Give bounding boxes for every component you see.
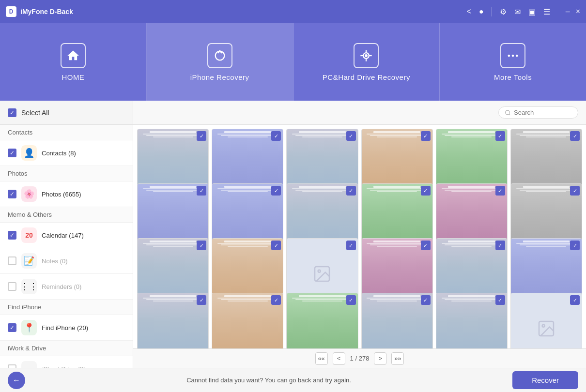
- thumbnail-check: ✓: [495, 131, 505, 141]
- section-memo-others: Memo & Others: [0, 207, 133, 223]
- select-all-label: Select All: [21, 109, 49, 117]
- thumbnail-check: ✓: [271, 241, 281, 250]
- file-thumbnail[interactable]: ✓: [212, 293, 283, 348]
- title-bar: D iMyFone D-Back < ● ⚙ ✉ ▣ ☰ – ×: [0, 0, 586, 23]
- file-thumbnail[interactable]: ✓: [286, 293, 358, 348]
- settings-icon[interactable]: ⚙: [500, 7, 507, 16]
- sidebar-item-contacts[interactable]: ✓ 👤 Contacts (8): [0, 140, 133, 166]
- menu-icon[interactable]: ☰: [543, 7, 550, 16]
- pc-hard-drive-nav-icon: [354, 43, 379, 68]
- thumbnail-check: ✓: [346, 131, 356, 141]
- thumbnail-check: ✓: [570, 186, 580, 196]
- thumbnail-check: ✓: [271, 186, 281, 196]
- photos-label: Photos (6655): [42, 191, 81, 198]
- mail-icon[interactable]: ✉: [514, 7, 521, 16]
- find-iphone-label: Find iPhone (20): [42, 324, 88, 332]
- svg-point-13: [542, 325, 545, 327]
- file-thumbnail[interactable]: ✓: [510, 293, 582, 348]
- section-iwork-drive: iWork & Drive: [0, 341, 133, 356]
- user-icon[interactable]: ●: [479, 7, 484, 16]
- last-page-button[interactable]: »»: [391, 352, 404, 365]
- nav-more-tools[interactable]: More Tools: [440, 23, 586, 101]
- thumbnail-check: ✓: [421, 241, 431, 250]
- thumbnail-check: ✓: [421, 131, 431, 141]
- icloud-drive-label: iCloud Drive (0): [42, 365, 85, 368]
- sidebar-item-calendar[interactable]: ✓ 20 Calendar (147): [0, 223, 133, 248]
- home-nav-label: HOME: [62, 73, 84, 81]
- prev-page-button[interactable]: <: [333, 352, 345, 365]
- sidebar: ✓ Select All Contacts ✓ 👤 Contacts (8) P…: [0, 101, 133, 368]
- thumbnail-check: ✓: [495, 295, 505, 305]
- section-find-iphone: Find iPhone: [0, 300, 133, 315]
- notes-checkbox[interactable]: [8, 256, 16, 265]
- iphone-recovery-nav-icon: [207, 43, 232, 68]
- photos-checkbox[interactable]: ✓: [8, 190, 16, 198]
- file-toolbar: [133, 101, 586, 125]
- file-thumbnail[interactable]: ✓: [361, 293, 433, 348]
- thumbnail-check: ✓: [495, 241, 505, 250]
- thumbnail-check: ✓: [197, 131, 206, 141]
- select-all-checkbox[interactable]: ✓: [8, 108, 16, 117]
- sidebar-item-photos[interactable]: ✓ 🌸 Photos (6655): [0, 181, 133, 207]
- icloud-drive-icon: ☁: [21, 361, 37, 368]
- sidebar-item-notes[interactable]: 📝 Notes (0): [0, 248, 133, 274]
- section-photos: Photos: [0, 166, 133, 181]
- file-thumbnail[interactable]: ✓: [137, 293, 209, 348]
- nav-pc-hard-drive[interactable]: PC&Hard Drive Recovery: [293, 23, 440, 101]
- share-icon[interactable]: <: [467, 7, 471, 16]
- contacts-label: Contacts (8): [42, 150, 76, 157]
- nav-bar: HOME iPhone Recovery PC&Hard Drive Recov…: [0, 23, 586, 101]
- svg-point-7: [512, 54, 514, 57]
- find-iphone-checkbox[interactable]: ✓: [8, 323, 16, 332]
- svg-point-6: [508, 54, 510, 57]
- pagination: «« < 1 / 278 > »»: [133, 348, 586, 368]
- iphone-recovery-nav-label: iPhone Recovery: [190, 73, 249, 81]
- thumbnail-check: ✓: [197, 241, 206, 250]
- thumbnail-check: ✓: [346, 186, 356, 196]
- home-nav-icon: [61, 43, 86, 68]
- more-tools-nav-label: More Tools: [494, 73, 532, 81]
- recover-button[interactable]: Recover: [512, 371, 578, 389]
- notes-label: Notes (0): [42, 257, 67, 265]
- nav-home[interactable]: HOME: [0, 23, 147, 101]
- section-contacts: Contacts: [0, 125, 133, 140]
- first-page-button[interactable]: ««: [315, 352, 328, 365]
- app-logo: D: [6, 6, 16, 17]
- next-page-button[interactable]: >: [374, 352, 386, 365]
- thumbnail-check: ✓: [421, 295, 431, 305]
- svg-point-1: [366, 55, 368, 57]
- reminders-label: Reminders (0): [42, 283, 81, 290]
- thumbnail-check: ✓: [421, 186, 431, 196]
- svg-point-8: [516, 54, 518, 57]
- page-info: 1 / 278: [350, 355, 370, 362]
- main-content: ✓ Select All Contacts ✓ 👤 Contacts (8) P…: [0, 101, 586, 368]
- calendar-label: Calendar (147): [42, 232, 84, 239]
- thumbnail-check: ✓: [346, 295, 356, 305]
- calendar-checkbox[interactable]: ✓: [8, 231, 16, 240]
- nav-iphone-recovery[interactable]: iPhone Recovery: [147, 23, 293, 101]
- file-thumbnail[interactable]: ✓: [436, 293, 508, 348]
- app-title: iMyFone D-Back: [20, 8, 467, 15]
- back-button[interactable]: ←: [8, 372, 25, 389]
- sidebar-item-icloud-drive[interactable]: ☁ iCloud Drive (0): [0, 356, 133, 368]
- thumbnail-check: ✓: [197, 186, 206, 196]
- notes-icon: 📝: [21, 253, 37, 269]
- thumbnail-check: ✓: [197, 295, 206, 305]
- svg-point-9: [506, 110, 510, 115]
- search-input[interactable]: [514, 109, 572, 116]
- thumbnail-check: ✓: [495, 186, 505, 196]
- sidebar-item-find-iphone[interactable]: ✓ 📍 Find iPhone (20): [0, 315, 133, 341]
- sidebar-select-all-header: ✓ Select All: [0, 101, 133, 125]
- close-icon[interactable]: ×: [576, 7, 580, 16]
- contacts-checkbox[interactable]: ✓: [8, 149, 16, 157]
- title-bar-icons: < ● ⚙ ✉ ▣ ☰ – ×: [467, 7, 580, 16]
- svg-point-11: [318, 270, 321, 272]
- chat-icon[interactable]: ▣: [528, 7, 536, 16]
- minimize-icon[interactable]: –: [566, 7, 570, 16]
- status-message: Cannot find data you want? You can go ba…: [31, 377, 507, 384]
- thumbnail-check: ✓: [570, 241, 580, 250]
- icloud-drive-checkbox[interactable]: [8, 364, 16, 368]
- sidebar-item-reminders[interactable]: ⋮⋮ Reminders (0): [0, 274, 133, 300]
- search-box[interactable]: [498, 106, 578, 119]
- reminders-checkbox[interactable]: [8, 282, 16, 291]
